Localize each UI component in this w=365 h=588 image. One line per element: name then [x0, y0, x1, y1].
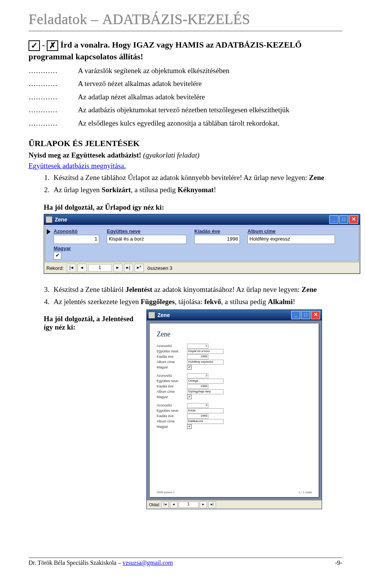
- page-header: Feladatok – ADATBÁZIS-KEZELÉS: [29, 8, 342, 32]
- report-record: Azonosító1 Együttes neveKispál és a borz…: [157, 344, 312, 370]
- header-part1: Feladatok –: [29, 11, 102, 27]
- label-album: Album címe: [248, 228, 335, 234]
- field-year[interactable]: 1998: [194, 235, 240, 244]
- record-marker-icon: [47, 229, 51, 234]
- result-label-report: Ha jól dolgoztál, a Jelentésed így néz k…: [44, 315, 139, 507]
- record-label: Rekord:: [46, 265, 64, 271]
- form-body: Azonosító 1 Együttes neve Kispál és a bo…: [45, 226, 359, 261]
- footer-left: Dr. Török Béla Speciális Szakiskola – vz…: [29, 559, 173, 566]
- label-band: Együttes neve: [107, 228, 187, 234]
- field-id[interactable]: 1: [54, 235, 99, 244]
- header-part2: ADATBÁZIS-KEZELÉS: [102, 11, 250, 27]
- task-title: ✓ - ✗ Írd a vonalra. Hogy IGAZ vagy HAMI…: [29, 39, 342, 62]
- nav-last-button[interactable]: ▸|: [124, 264, 133, 272]
- nav-next-button[interactable]: ▸: [113, 264, 122, 272]
- statement-row: …………Az adatlap nézet alkalmas adatok bev…: [29, 92, 342, 103]
- statements-block: …………A varázslók segítenek az objektumok …: [29, 65, 342, 129]
- section-heading: ŰRLAPOK ÉS JELENTÉSEK: [29, 139, 342, 148]
- list-item: Az jelentés szerkezete legyen Függőleges…: [51, 296, 342, 307]
- nav-next-button[interactable]: ▸: [200, 501, 207, 508]
- record-nav-bar: Rekord: |◂ ◂ 1 ▸ ▸| ▸* összesen 3: [44, 262, 360, 273]
- statement-row: …………A tervező nézet alkalmas adatok bevi…: [29, 78, 342, 89]
- statement-row: …………Az elsődleges kulcs egyedileg azonos…: [29, 118, 342, 129]
- minimize-button[interactable]: _: [291, 311, 300, 319]
- page-number[interactable]: 1: [179, 502, 198, 508]
- report-page: Zene Azonosító1 Együttes neveKispál és a…: [150, 323, 319, 497]
- field-album[interactable]: Holdfény expressz: [248, 235, 335, 244]
- nav-new-button[interactable]: ▸*: [135, 264, 144, 272]
- label-hu: Magyar: [54, 245, 71, 251]
- record-total: összesen 3: [148, 265, 173, 271]
- report-titlebar[interactable]: Zene _ □ ✕: [147, 310, 322, 320]
- nav-first-button[interactable]: |◂: [161, 501, 169, 508]
- label-id: Azonosító: [54, 228, 99, 234]
- statement-row: …………A varázslók segítenek az objektumok …: [29, 65, 342, 76]
- report-win-title: Zene: [157, 312, 170, 318]
- footer-email-link[interactable]: vzsuzsa@gmail.com: [122, 559, 173, 566]
- footer-page-number: -9-: [335, 559, 342, 566]
- report-nav-bar: Oldal: |◂ ◂ 1 ▸ ▸|: [147, 500, 322, 509]
- field-band[interactable]: Kispál és a borz: [107, 235, 187, 244]
- page-footer: Dr. Török Béla Speciális Szakiskola – vz…: [29, 558, 342, 566]
- maximize-button[interactable]: □: [339, 215, 348, 224]
- form-window: Zene _ □ ✕ Azonosító 1 Együttes neve Kis…: [44, 214, 360, 274]
- form-titlebar[interactable]: Zene _ □ ✕: [44, 214, 360, 225]
- field-hu[interactable]: ✔: [54, 252, 61, 260]
- label-year: Kiadás éve: [194, 228, 240, 234]
- close-button[interactable]: ✕: [349, 215, 358, 224]
- app-icon: [46, 216, 52, 223]
- minimize-button[interactable]: _: [329, 215, 338, 224]
- nav-prev-button[interactable]: ◂: [170, 501, 178, 508]
- nav-first-button[interactable]: |◂: [67, 264, 76, 272]
- maximize-button[interactable]: □: [301, 311, 310, 319]
- task-list-2: Készítsd a Zene tábláról Jelentést az ad…: [29, 284, 342, 307]
- check-icon: ✓: [29, 40, 40, 51]
- close-button[interactable]: ✕: [311, 311, 320, 319]
- nav-last-button[interactable]: ▸|: [208, 501, 216, 508]
- task-list-1: Készítsd a Zene táblához Űrlapot az adat…: [29, 172, 342, 195]
- nav-prev-button[interactable]: ◂: [78, 264, 87, 272]
- result-label-form: Ha jól dolgoztál, az Űrlapod így néz ki:: [44, 203, 342, 212]
- dash: -: [40, 40, 47, 49]
- report-page-title: Zene: [157, 330, 312, 338]
- statement-row: …………Az adatbázis objektumokat tervező né…: [29, 105, 342, 116]
- form-title: Zene: [55, 217, 67, 223]
- list-item: Készítsd a Zene táblához Űrlapot az adat…: [51, 172, 342, 183]
- report-record: Azonosító3 Együttes neveEdda Kiadás éve1…: [157, 403, 312, 429]
- list-item: Az űrlap legyen Sorkizárt, a stílusa ped…: [51, 185, 342, 195]
- list-item: Készítsd a Zene tábláról Jelentést az ad…: [51, 284, 342, 295]
- open-db-line: Nyisd meg az Együttesek adatbázist! (gya…: [29, 150, 342, 161]
- task-title-text: Írd a vonalra. Hogy IGAZ vagy HAMIS az A…: [29, 40, 302, 61]
- app-icon: [148, 312, 155, 319]
- report-record: Azonosító2 Együttes neveOmega Kiadás éve…: [157, 373, 312, 399]
- report-window: Zene _ □ ✕ Zene Azonosító1 Együttes neve…: [146, 309, 322, 509]
- page-nav-label: Oldal:: [149, 502, 160, 507]
- cross-icon: ✗: [47, 40, 58, 51]
- report-footer: 2009 június 1 1 / 1 oldal: [157, 491, 312, 494]
- open-db-link[interactable]: Együttesek adatbázis megnyitása.: [29, 162, 126, 170]
- record-number[interactable]: 1: [88, 264, 112, 272]
